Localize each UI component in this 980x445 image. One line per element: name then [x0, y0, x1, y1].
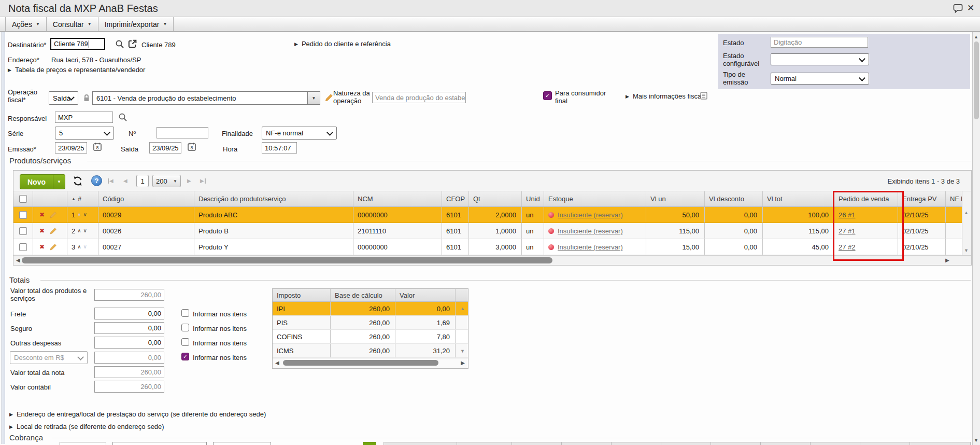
move-up-icon[interactable]: ∧ [77, 228, 81, 233]
mais-info-disclosure[interactable]: ▶ Mais informações fiscais [626, 92, 706, 100]
scrollbar-thumb[interactable] [22, 257, 552, 263]
local-retirada-disclosure[interactable]: ▶ Local de retirada (se diferente do end… [9, 423, 164, 430]
table-row[interactable]: ✖ 1∧∨ 00029 Produto ABC 00000000 6101 2,… [13, 207, 962, 223]
column-header-estoque[interactable]: Estoque [544, 191, 646, 206]
serie-select[interactable]: 5 [55, 127, 114, 140]
move-up-icon[interactable]: ∧ [77, 212, 81, 217]
tabela-precos-disclosure[interactable]: ▶ Tabela de preços e representante/vende… [8, 66, 145, 74]
table-row[interactable]: ✖ 2∧∨ 00026 Produto B 21011110 6101 1,00… [13, 223, 962, 239]
scroll-right-icon[interactable]: ▶ [461, 360, 465, 366]
scroll-left-icon[interactable]: ◀ [16, 257, 20, 263]
scroll-up-icon[interactable]: ▲ [460, 306, 465, 311]
search-icon[interactable] [115, 39, 124, 49]
operacao-tipo-select[interactable]: Saída [49, 91, 78, 105]
column-header-nf[interactable]: NF F [946, 191, 962, 206]
pager-size-select[interactable]: 200▼ [152, 175, 181, 187]
estado-configuravel-select[interactable] [771, 53, 869, 65]
table-row[interactable]: IPI 260,00 0,00 [273, 302, 468, 316]
scroll-down-icon[interactable]: ▼ [974, 438, 978, 443]
row-checkbox[interactable] [19, 243, 27, 251]
move-down-icon[interactable]: ∨ [83, 244, 87, 249]
column-header-base-calculo[interactable]: Base de cálculo [331, 289, 395, 301]
close-icon[interactable]: ✕ [967, 3, 974, 13]
destinatario-input[interactable]: Cliente 789 [50, 38, 105, 50]
estoque-link[interactable]: Insuficiente (reservar) [558, 211, 623, 219]
hora-input[interactable]: 10:57:07 [262, 142, 297, 154]
pedido-venda-link[interactable]: 26 #1 [839, 211, 856, 219]
column-header-qt[interactable]: Qt [469, 191, 522, 206]
edit-pencil-icon[interactable] [324, 93, 333, 102]
consumidor-final-checkbox[interactable]: ✓ [543, 91, 552, 100]
pedido-venda-link[interactable]: 27 #2 [839, 243, 856, 251]
move-down-icon[interactable]: ∨ [83, 228, 87, 233]
column-header-valor[interactable]: Valor [395, 289, 456, 301]
sort-asc-icon[interactable]: ▲ [72, 197, 76, 201]
finalidade-select[interactable]: NF-e normal [262, 127, 337, 140]
menu-acoes[interactable]: Ações▼ [5, 17, 47, 31]
pager-prev-button[interactable]: ◀ [123, 178, 127, 184]
scroll-down-icon[interactable]: ▼ [460, 349, 465, 354]
scroll-right-icon[interactable]: ▶ [945, 257, 949, 263]
chat-bubble-icon[interactable] [953, 4, 963, 13]
delete-icon[interactable]: ✖ [39, 244, 45, 250]
scroll-left-icon[interactable]: ◀ [275, 360, 279, 366]
pager-next-button[interactable]: ▶ [187, 178, 191, 184]
menu-imprimir-exportar[interactable]: Imprimir/exportar▼ [98, 17, 174, 31]
pager-first-button[interactable]: ◀ [108, 178, 113, 184]
outras-informar-checkbox[interactable] [181, 338, 189, 346]
scrollbar-thumb[interactable] [283, 360, 438, 366]
frete-informar-checkbox[interactable] [181, 309, 189, 317]
row-checkbox[interactable] [19, 211, 27, 219]
select-all-checkbox[interactable] [19, 195, 27, 203]
scrollbar-thumb[interactable] [974, 41, 979, 119]
desconto-informar-checkbox[interactable]: ✓ [181, 353, 189, 360]
scroll-up-icon[interactable]: ▲ [974, 34, 978, 39]
refresh-icon[interactable] [72, 175, 83, 187]
column-header-descricao[interactable]: Descrição do produto/serviço [194, 191, 353, 206]
pedido-cliente-disclosure[interactable]: ▶ Pedido do cliente e referência [294, 40, 391, 48]
delete-icon[interactable]: ✖ [39, 212, 45, 218]
notes-icon[interactable] [700, 91, 708, 100]
table-row[interactable]: PIS 260,00 1,69 [273, 316, 468, 330]
help-icon[interactable]: ? [91, 175, 102, 186]
natureza-input[interactable]: Venda de produção do estabelecime [372, 92, 466, 103]
impostos-horizontal-scrollbar[interactable]: ◀ ▶ [273, 358, 468, 368]
saida-input[interactable]: 23/09/25 [149, 142, 181, 154]
column-header-codigo[interactable]: Código [98, 191, 194, 206]
column-header-unid[interactable]: Unid [522, 191, 544, 206]
grid-horizontal-scrollbar[interactable]: ◀ ▶ [13, 255, 971, 265]
calendar-icon[interactable]: 8 [93, 142, 102, 151]
scroll-up-icon[interactable]: ▲ [964, 210, 969, 215]
column-header-pedido-venda[interactable]: Pedido de venda [834, 191, 898, 206]
table-row[interactable]: COFINS 260,00 7,80 [273, 330, 468, 344]
frete-input[interactable]: 0,00 [94, 308, 164, 319]
grid-vertical-scrollbar[interactable]: ▲ ▼ [962, 191, 971, 255]
row-checkbox[interactable] [19, 227, 27, 235]
novo-button[interactable]: Novo ▼ [20, 174, 65, 189]
seguro-informar-checkbox[interactable] [181, 324, 189, 331]
delete-icon[interactable]: ✖ [39, 228, 45, 234]
column-header-vl-tot[interactable]: Vl tot [763, 191, 834, 206]
search-icon[interactable] [118, 113, 127, 122]
table-row[interactable]: ✖ 3∧∨ 00027 Produto Y 00000000 6101 3,00… [13, 239, 962, 255]
column-header-ncm[interactable]: NCM [353, 191, 442, 206]
endereco-entrega-disclosure[interactable]: ▶ Endereço de entrega/local de prestação… [9, 410, 266, 418]
chevron-down-icon[interactable]: ▼ [53, 175, 65, 189]
open-record-icon[interactable] [127, 39, 137, 49]
left-panel-splitter[interactable] [2, 32, 5, 444]
column-header-entrega-pv[interactable]: Entrega PV [898, 191, 946, 206]
estoque-link[interactable]: Insuficiente (reservar) [558, 243, 623, 251]
table-row[interactable]: ICMS 260,00 31,20 [273, 344, 468, 358]
numero-input[interactable] [157, 127, 208, 138]
emissao-input[interactable]: 23/09/25 [55, 142, 87, 154]
responsavel-input[interactable]: MXP [55, 112, 113, 123]
seguro-input[interactable]: 0,00 [94, 322, 164, 334]
move-up-icon[interactable]: ∧ [77, 244, 81, 249]
pager-last-button[interactable]: ▶ [200, 178, 206, 184]
combo-dropdown-button[interactable]: ▼ [307, 92, 320, 104]
outras-despesas-input[interactable]: 0,00 [94, 337, 164, 349]
edit-pencil-icon[interactable] [49, 211, 57, 219]
tipo-emissao-select[interactable]: Normal [771, 73, 869, 85]
move-down-icon[interactable]: ∨ [83, 212, 87, 217]
pager-page-input[interactable]: 1 [136, 175, 149, 187]
